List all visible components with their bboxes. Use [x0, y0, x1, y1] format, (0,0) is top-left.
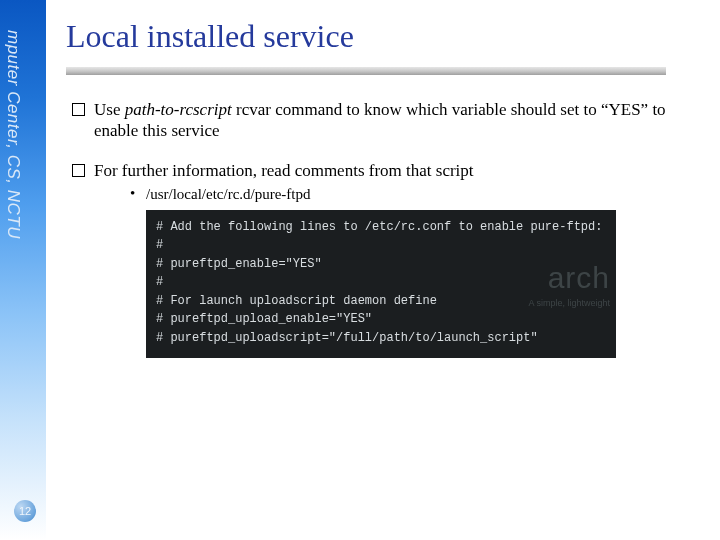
bullet-1-italic: path-to-rcscript — [125, 100, 232, 119]
page-number-badge: 12 — [14, 500, 36, 522]
content-area: Local installed service Use path-to-rcsc… — [66, 0, 710, 376]
slide-title: Local installed service — [66, 18, 710, 55]
bullet-2a-text: /usr/local/etc/rc.d/pure-ftpd — [146, 186, 311, 202]
sidebar: mputer Center, CS, NCTU 12 — [0, 0, 46, 540]
terminal-lines: # Add the following lines to /etc/rc.con… — [156, 218, 606, 348]
bullet-item-2: For further information, read comments f… — [66, 160, 666, 358]
bullet-list: Use path-to-rcscript rcvar command to kn… — [66, 99, 710, 358]
bullet-item-1: Use path-to-rcscript rcvar command to kn… — [66, 99, 666, 142]
slide: mputer Center, CS, NCTU 12 Local install… — [0, 0, 720, 540]
bullet-1-pre: Use — [94, 100, 125, 119]
title-underline — [66, 67, 666, 75]
terminal-snippet: # Add the following lines to /etc/rc.con… — [146, 210, 616, 358]
bullet-item-2a: /usr/local/etc/rc.d/pure-ftpd — [94, 185, 666, 204]
bullet-2-text: For further information, read comments f… — [94, 161, 474, 180]
sidebar-label: mputer Center, CS, NCTU — [3, 30, 23, 239]
